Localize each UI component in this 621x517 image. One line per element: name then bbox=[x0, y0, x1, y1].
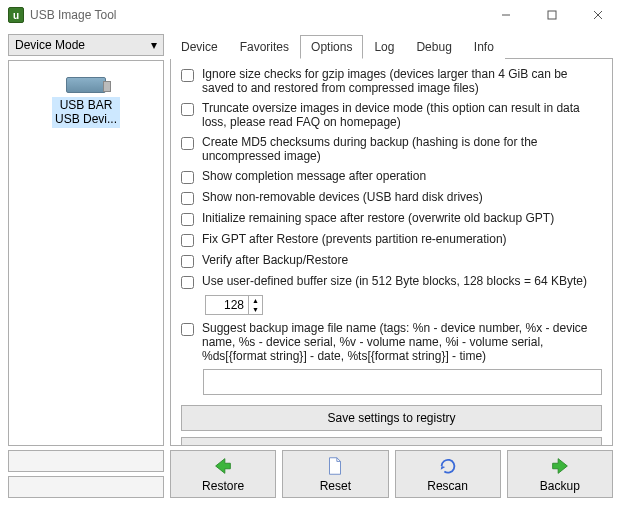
app-icon: u bbox=[8, 7, 24, 23]
truncate-checkbox[interactable] bbox=[181, 103, 194, 116]
buffer-size-stepper[interactable]: 128 ▲▼ bbox=[205, 295, 263, 315]
close-icon bbox=[593, 10, 603, 20]
tab-info[interactable]: Info bbox=[463, 35, 505, 59]
verify-checkbox[interactable] bbox=[181, 255, 194, 268]
md5-label: Create MD5 checksums during backup (hash… bbox=[202, 135, 602, 163]
progress-bar-2 bbox=[8, 476, 164, 498]
tab-favorites[interactable]: Favorites bbox=[229, 35, 300, 59]
suggest-checkbox[interactable] bbox=[181, 323, 194, 336]
device-item[interactable]: USB BARUSB Devi... bbox=[52, 67, 120, 128]
fixgpt-checkbox[interactable] bbox=[181, 234, 194, 247]
minimize-button[interactable] bbox=[483, 0, 529, 30]
tab-device[interactable]: Device bbox=[170, 35, 229, 59]
maximize-button[interactable] bbox=[529, 0, 575, 30]
md5-checkbox[interactable] bbox=[181, 137, 194, 150]
stepper-up-icon[interactable]: ▲ bbox=[249, 296, 262, 305]
completion-checkbox[interactable] bbox=[181, 171, 194, 184]
device-label: USB BARUSB Devi... bbox=[52, 97, 120, 128]
device-list[interactable]: USB BARUSB Devi... bbox=[8, 60, 164, 446]
tab-log[interactable]: Log bbox=[363, 35, 405, 59]
close-button[interactable] bbox=[575, 0, 621, 30]
restore-button[interactable]: Restore bbox=[170, 450, 276, 498]
ignore-size-label: Ignore size checks for gzip images (devi… bbox=[202, 67, 602, 95]
arrow-left-icon bbox=[212, 455, 234, 477]
initspace-label: Initialize remaining space after restore… bbox=[202, 211, 602, 225]
nonremovable-label: Show non-removable devices (USB hard dis… bbox=[202, 190, 602, 204]
fixgpt-label: Fix GPT after Restore (prevents partitio… bbox=[202, 232, 602, 246]
titlebar: u USB Image Tool bbox=[0, 0, 621, 30]
verify-label: Verify after Backup/Restore bbox=[202, 253, 602, 267]
truncate-label: Truncate oversize images in device mode … bbox=[202, 101, 602, 129]
document-icon bbox=[324, 455, 346, 477]
tab-debug[interactable]: Debug bbox=[405, 35, 462, 59]
ignore-size-checkbox[interactable] bbox=[181, 69, 194, 82]
suggest-label: Suggest backup image file name (tags: %n… bbox=[202, 321, 602, 363]
backup-button[interactable]: Backup bbox=[507, 450, 613, 498]
save-registry-button[interactable]: Save settings to registry bbox=[181, 405, 602, 431]
chevron-down-icon: ▾ bbox=[151, 38, 157, 52]
svg-rect-1 bbox=[548, 11, 556, 19]
arrow-right-icon bbox=[549, 455, 571, 477]
rescan-button[interactable]: Rescan bbox=[395, 450, 501, 498]
maximize-icon bbox=[547, 10, 557, 20]
options-panel: Ignore size checks for gzip images (devi… bbox=[170, 59, 613, 446]
remove-registry-button[interactable]: Remove settings from registry (including… bbox=[181, 437, 602, 446]
completion-label: Show completion message after operation bbox=[202, 169, 602, 183]
buffer-size-value: 128 bbox=[206, 298, 248, 312]
buffer-label: Use user-defined buffer size (in 512 Byt… bbox=[202, 274, 602, 288]
filename-template-input[interactable] bbox=[203, 369, 602, 395]
progress-bar-1 bbox=[8, 450, 164, 472]
buffer-checkbox[interactable] bbox=[181, 276, 194, 289]
tab-bar: Device Favorites Options Log Debug Info bbox=[170, 34, 613, 59]
usb-drive-icon bbox=[66, 77, 106, 93]
reset-button[interactable]: Reset bbox=[282, 450, 388, 498]
stepper-down-icon[interactable]: ▼ bbox=[249, 305, 262, 314]
refresh-icon bbox=[437, 455, 459, 477]
initspace-checkbox[interactable] bbox=[181, 213, 194, 226]
mode-select[interactable]: Device Mode ▾ bbox=[8, 34, 164, 56]
tab-options[interactable]: Options bbox=[300, 35, 363, 59]
minimize-icon bbox=[501, 10, 511, 20]
nonremovable-checkbox[interactable] bbox=[181, 192, 194, 205]
mode-select-value: Device Mode bbox=[15, 38, 85, 52]
window-title: USB Image Tool bbox=[30, 8, 483, 22]
